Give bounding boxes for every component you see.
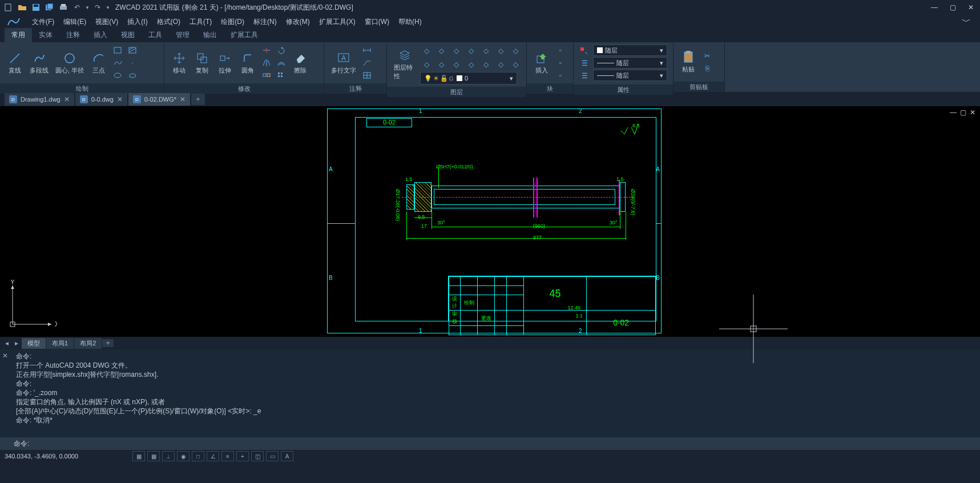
close-tab-icon[interactable]: ✕: [180, 95, 185, 103]
osnap-toggle[interactable]: □: [192, 451, 204, 461]
save-icon[interactable]: [30, 1, 42, 14]
layout-tab[interactable]: 布局1: [46, 338, 74, 349]
match-properties-icon[interactable]: [578, 45, 591, 57]
model-toggle[interactable]: ▭: [266, 451, 279, 461]
move-button[interactable]: 移动: [169, 50, 189, 76]
revcloud-icon[interactable]: [126, 70, 139, 81]
ellipse-icon[interactable]: [111, 70, 124, 81]
edit-block-icon[interactable]: ▫: [554, 57, 567, 69]
spline-icon[interactable]: [111, 57, 124, 69]
layer-tool-icon[interactable]: ◇: [479, 45, 492, 57]
maximize-button[interactable]: ▢: [946, 2, 959, 13]
layer-tool-icon[interactable]: ◇: [509, 59, 522, 70]
close-button[interactable]: ✕: [964, 2, 978, 13]
ortho-toggle[interactable]: ⟂: [162, 451, 175, 461]
layer-tool-icon[interactable]: ◇: [420, 59, 433, 70]
list-icon[interactable]: ☰: [578, 70, 591, 82]
rotate-icon[interactable]: [275, 45, 288, 56]
copy-clip-icon[interactable]: ⎘: [701, 63, 713, 74]
ribbon-tab[interactable]: 管理: [169, 28, 196, 42]
command-history[interactable]: 命令:打开一个 AutoCAD 2004 DWG 文件。正在用字型[simple…: [11, 349, 980, 437]
table-icon[interactable]: [361, 70, 373, 81]
undo-dropdown-icon[interactable]: ▼: [84, 1, 90, 14]
cycle-toggle[interactable]: ◫: [251, 451, 264, 461]
layer-tool-icon[interactable]: ◇: [420, 45, 433, 57]
layer-tool-icon[interactable]: ◇: [435, 45, 447, 57]
polyline-button[interactable]: 多段线: [27, 50, 51, 76]
minimize-button[interactable]: —: [927, 2, 941, 13]
erase-button[interactable]: 擦除: [290, 50, 310, 76]
vp-close-button[interactable]: ✕: [970, 108, 975, 116]
mirror-icon[interactable]: [260, 57, 273, 69]
cut-icon[interactable]: ✂: [701, 50, 713, 62]
fillet-button[interactable]: 圆角: [237, 50, 258, 76]
annoscale-toggle[interactable]: A: [281, 451, 293, 461]
coordinates-readout[interactable]: 340.0343, -3.4609, 0.0000: [5, 453, 130, 460]
menu-item[interactable]: 标注(N): [249, 16, 281, 28]
menu-item[interactable]: 格式(O): [152, 16, 185, 28]
leader-icon[interactable]: [361, 57, 373, 69]
layer-tool-icon[interactable]: ◇: [465, 59, 477, 70]
layer-tool-icon[interactable]: ◇: [450, 59, 462, 70]
array-icon[interactable]: [275, 70, 288, 81]
paste-button[interactable]: 粘贴: [678, 49, 699, 75]
menu-item[interactable]: 文件(F): [27, 16, 59, 28]
ribbon-tab[interactable]: 工具: [142, 28, 169, 42]
linetype-selector[interactable]: 随层▾: [593, 70, 667, 81]
command-close-button[interactable]: ✕: [0, 349, 11, 437]
layer-tool-icon[interactable]: ◇: [509, 45, 522, 57]
layer-tool-icon[interactable]: ◇: [435, 59, 447, 70]
circle-button[interactable]: 圆心, 半径: [53, 50, 86, 76]
dyn-toggle[interactable]: +: [236, 451, 249, 461]
menu-item[interactable]: 编辑(E): [59, 16, 91, 28]
lweight-toggle[interactable]: ≡: [221, 451, 234, 461]
vp-maximize-button[interactable]: ▢: [960, 108, 966, 116]
menu-item[interactable]: 插入(I): [123, 16, 152, 28]
menu-item[interactable]: 扩展工具(X): [314, 16, 360, 28]
layout-next-icon[interactable]: ▸: [12, 339, 21, 347]
new-icon[interactable]: [2, 1, 15, 14]
menu-item[interactable]: 视图(V): [91, 16, 123, 28]
layer-selector[interactable]: 💡 ☀ 🔓 ⎙ 0 ▾: [420, 72, 517, 84]
otrack-toggle[interactable]: ∠: [207, 451, 219, 461]
close-tab-icon[interactable]: ✕: [64, 95, 70, 103]
snap-toggle[interactable]: ▦: [132, 451, 145, 461]
open-icon[interactable]: [16, 1, 29, 14]
document-tab[interactable]: D0-02.DWG*✕: [128, 93, 190, 106]
lineweight-selector[interactable]: 随层▾: [593, 57, 667, 69]
copy-button[interactable]: 复制: [192, 50, 212, 76]
layout-prev-icon[interactable]: ◂: [2, 339, 11, 347]
command-line[interactable]: 命令:: [0, 437, 980, 450]
polar-toggle[interactable]: ◉: [177, 451, 189, 461]
layer-tool-icon[interactable]: ◇: [465, 45, 477, 57]
undo-icon[interactable]: ↶: [71, 1, 83, 14]
ribbon-tab[interactable]: 输出: [196, 28, 224, 42]
command-input[interactable]: [31, 440, 966, 448]
create-block-icon[interactable]: ▫: [554, 45, 567, 56]
add-layout-button[interactable]: +: [102, 339, 114, 347]
trim-icon[interactable]: [260, 45, 273, 56]
layer-tool-icon[interactable]: ◇: [494, 59, 507, 70]
rectangle-icon[interactable]: [111, 45, 124, 56]
ribbon-tab[interactable]: 扩展工具: [224, 28, 265, 42]
properties-palette-icon[interactable]: ☰: [578, 58, 591, 69]
redo-dropdown-icon[interactable]: ▼: [105, 1, 111, 14]
point-icon[interactable]: ·: [126, 57, 139, 69]
ribbon-tab[interactable]: 常用: [5, 28, 32, 42]
app-logo-icon[interactable]: [5, 15, 23, 29]
ribbon-tab[interactable]: 实体: [32, 28, 59, 42]
document-tab[interactable]: DDrawing1.dwg✕: [5, 93, 74, 106]
dimension-icon[interactable]: [361, 45, 373, 56]
layout-tab[interactable]: 布局2: [74, 338, 102, 349]
ribbon-tab[interactable]: 视图: [114, 28, 142, 42]
stretch-button[interactable]: 拉伸: [215, 50, 235, 76]
menu-item[interactable]: 工具(T): [185, 16, 216, 28]
document-tab[interactable]: D0-0.dwg✕: [75, 93, 127, 106]
layer-tool-icon[interactable]: ◇: [450, 45, 462, 57]
menu-item[interactable]: 绘图(D): [216, 16, 249, 28]
menu-item[interactable]: 修改(M): [281, 16, 314, 28]
layout-tab[interactable]: 模型: [22, 338, 46, 349]
redo-icon[interactable]: ↷: [91, 1, 104, 14]
saveall-icon[interactable]: [43, 1, 56, 14]
ribbon-collapse-icon[interactable]: ﹀: [957, 16, 975, 28]
